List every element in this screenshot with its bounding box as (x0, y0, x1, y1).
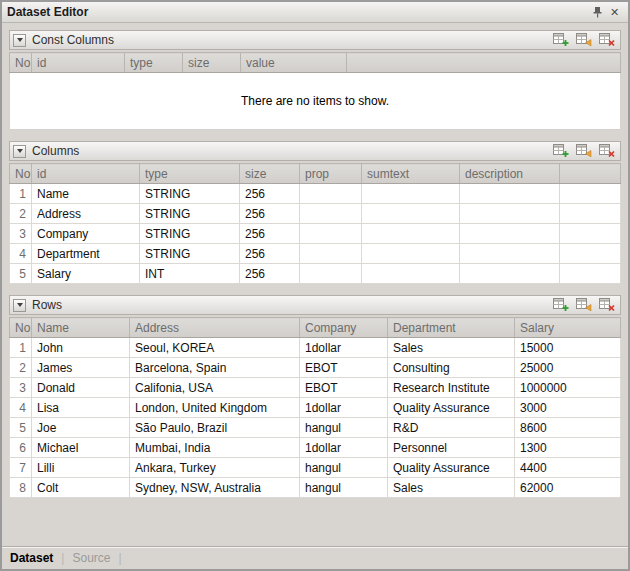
cell[interactable]: STRING (140, 204, 240, 224)
cell[interactable] (560, 184, 621, 204)
table-row[interactable]: 1NameSTRING256 (10, 184, 621, 204)
cell[interactable] (300, 244, 362, 264)
cell[interactable]: Company (32, 224, 140, 244)
collapse-icon[interactable] (13, 145, 26, 158)
cell[interactable]: São Paulo, Brazil (130, 418, 300, 438)
cell[interactable] (560, 224, 621, 244)
cell[interactable]: 8 (10, 478, 32, 498)
column-header[interactable]: Department (388, 318, 515, 338)
cell[interactable]: Mumbai, India (130, 438, 300, 458)
pin-button[interactable] (589, 4, 606, 20)
cell[interactable] (362, 224, 460, 244)
cell[interactable]: Califonia, USA (130, 378, 300, 398)
column-header[interactable]: type (140, 164, 240, 184)
column-header[interactable]: Salary (515, 318, 621, 338)
cell[interactable]: Sydney, NSW, Australia (130, 478, 300, 498)
delete-row-button[interactable] (598, 144, 615, 159)
delete-row-button[interactable] (598, 33, 615, 48)
cell[interactable]: Michael (32, 438, 130, 458)
cell[interactable]: London, United Kingdom (130, 398, 300, 418)
cell[interactable]: Donald (32, 378, 130, 398)
close-icon[interactable]: ✕ (606, 4, 623, 20)
tab-source[interactable]: Source (72, 551, 110, 565)
add-row-button[interactable] (552, 298, 569, 313)
cell[interactable]: 3 (10, 224, 32, 244)
table-row[interactable]: 2JamesBarcelona, SpainEBOTConsulting2500… (10, 358, 621, 378)
cell[interactable]: Research Institute (388, 378, 515, 398)
cell[interactable]: 3 (10, 378, 32, 398)
cell[interactable]: hangul (300, 458, 388, 478)
rows-section-header[interactable]: Rows (9, 295, 621, 315)
tab-dataset[interactable]: Dataset (10, 551, 53, 565)
cell[interactable]: John (32, 338, 130, 358)
cell[interactable] (460, 244, 560, 264)
column-header[interactable] (560, 164, 621, 184)
cell[interactable] (560, 204, 621, 224)
collapse-icon[interactable] (13, 34, 26, 47)
const-columns-section-header[interactable]: Const Columns (9, 30, 621, 50)
cell[interactable]: 5 (10, 418, 32, 438)
cell[interactable] (300, 224, 362, 244)
cell[interactable]: 1 (10, 184, 32, 204)
cell[interactable]: James (32, 358, 130, 378)
add-row-button[interactable] (552, 33, 569, 48)
cell[interactable]: 2 (10, 204, 32, 224)
cell[interactable]: hangul (300, 478, 388, 498)
cell[interactable]: hangul (300, 418, 388, 438)
cell[interactable]: Barcelona, Spain (130, 358, 300, 378)
cell[interactable] (362, 264, 460, 284)
column-header[interactable]: type (125, 53, 183, 73)
column-header[interactable] (347, 53, 621, 73)
cell[interactable]: EBOT (300, 378, 388, 398)
cell[interactable] (560, 264, 621, 284)
column-header[interactable]: No (10, 164, 32, 184)
cell[interactable]: 8600 (515, 418, 621, 438)
cell[interactable]: 4 (10, 244, 32, 264)
cell[interactable]: 256 (240, 204, 300, 224)
table-row[interactable]: 7LilliAnkara, TurkeyhangulQuality Assura… (10, 458, 621, 478)
column-header[interactable]: Address (130, 318, 300, 338)
cell[interactable]: Personnel (388, 438, 515, 458)
insert-row-button[interactable] (575, 33, 592, 48)
cell[interactable]: R&D (388, 418, 515, 438)
table-row[interactable]: 4DepartmentSTRING256 (10, 244, 621, 264)
cell[interactable]: 7 (10, 458, 32, 478)
cell[interactable]: Department (32, 244, 140, 264)
column-header[interactable]: sumtext (362, 164, 460, 184)
column-header[interactable]: size (240, 164, 300, 184)
cell[interactable]: Lisa (32, 398, 130, 418)
cell[interactable]: 256 (240, 184, 300, 204)
column-header[interactable]: Company (300, 318, 388, 338)
column-header[interactable]: No (10, 53, 32, 73)
column-header[interactable]: description (460, 164, 560, 184)
cell[interactable]: 1dollar (300, 398, 388, 418)
cell[interactable]: 256 (240, 244, 300, 264)
cell[interactable] (362, 204, 460, 224)
cell[interactable] (300, 264, 362, 284)
cell[interactable]: 1300 (515, 438, 621, 458)
table-row[interactable]: 6MichaelMumbai, India1dollarPersonnel130… (10, 438, 621, 458)
cell[interactable]: 25000 (515, 358, 621, 378)
cell[interactable]: Sales (388, 338, 515, 358)
cell[interactable]: 1 (10, 338, 32, 358)
cell[interactable]: INT (140, 264, 240, 284)
cell[interactable]: Quality Assurance (388, 398, 515, 418)
table-row[interactable]: 5SalaryINT256 (10, 264, 621, 284)
table-row[interactable]: 2AddressSTRING256 (10, 204, 621, 224)
insert-row-button[interactable] (575, 144, 592, 159)
cell[interactable]: 5 (10, 264, 32, 284)
table-row[interactable]: 3CompanySTRING256 (10, 224, 621, 244)
cell[interactable] (460, 224, 560, 244)
cell[interactable]: 15000 (515, 338, 621, 358)
cell[interactable] (300, 184, 362, 204)
cell[interactable] (460, 264, 560, 284)
cell[interactable]: 6 (10, 438, 32, 458)
cell[interactable]: Joe (32, 418, 130, 438)
column-header[interactable]: value (241, 53, 347, 73)
collapse-icon[interactable] (13, 299, 26, 312)
column-header[interactable]: prop (300, 164, 362, 184)
cell[interactable]: STRING (140, 224, 240, 244)
column-header[interactable]: size (183, 53, 241, 73)
cell[interactable]: Sales (388, 478, 515, 498)
cell[interactable]: Consulting (388, 358, 515, 378)
